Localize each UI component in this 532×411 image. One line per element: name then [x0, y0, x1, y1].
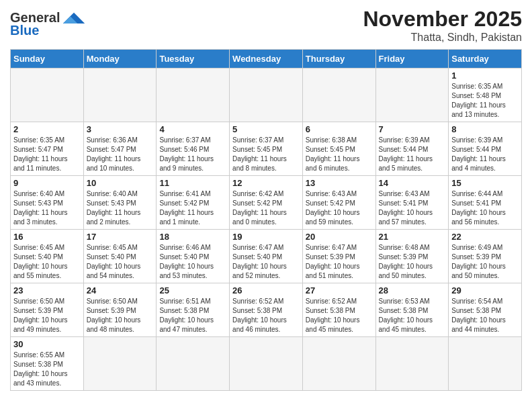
calendar-cell: 6Sunrise: 6:38 AM Sunset: 5:45 PM Daylig…: [302, 122, 375, 176]
day-number: 3: [87, 124, 154, 134]
day-number: 4: [159, 124, 226, 134]
calendar-cell: [230, 68, 303, 122]
calendar-cell: [157, 337, 230, 391]
day-info: Sunrise: 6:39 AM Sunset: 5:44 PM Dayligh…: [379, 136, 446, 173]
calendar-cell: 30Sunrise: 6:55 AM Sunset: 5:38 PM Dayli…: [11, 337, 84, 391]
calendar-week-row: 16Sunrise: 6:45 AM Sunset: 5:40 PM Dayli…: [11, 230, 522, 283]
day-number: 21: [379, 232, 446, 242]
day-info: Sunrise: 6:45 AM Sunset: 5:40 PM Dayligh…: [87, 243, 154, 281]
day-number: 25: [159, 285, 226, 295]
day-info: Sunrise: 6:43 AM Sunset: 5:42 PM Dayligh…: [306, 189, 373, 227]
calendar-header-thursday: Thursday: [302, 50, 375, 68]
calendar-cell: 25Sunrise: 6:51 AM Sunset: 5:38 PM Dayli…: [157, 283, 230, 337]
day-info: Sunrise: 6:54 AM Sunset: 5:38 PM Dayligh…: [451, 297, 519, 334]
day-info: Sunrise: 6:40 AM Sunset: 5:43 PM Dayligh…: [13, 189, 81, 227]
day-number: 8: [451, 124, 519, 134]
day-number: 14: [379, 178, 446, 188]
calendar-week-row: 30Sunrise: 6:55 AM Sunset: 5:38 PM Dayli…: [11, 337, 522, 391]
day-number: 29: [451, 285, 519, 295]
calendar-cell: [83, 68, 157, 122]
day-info: Sunrise: 6:55 AM Sunset: 5:38 PM Dayligh…: [13, 351, 81, 388]
day-info: Sunrise: 6:48 AM Sunset: 5:39 PM Dayligh…: [379, 243, 446, 281]
day-number: 10: [87, 178, 154, 188]
day-number: 22: [451, 232, 519, 242]
day-info: Sunrise: 6:37 AM Sunset: 5:45 PM Dayligh…: [232, 136, 300, 173]
day-info: Sunrise: 6:42 AM Sunset: 5:42 PM Dayligh…: [232, 189, 300, 227]
calendar-cell: 2Sunrise: 6:35 AM Sunset: 5:47 PM Daylig…: [11, 122, 84, 176]
day-info: Sunrise: 6:43 AM Sunset: 5:41 PM Dayligh…: [379, 189, 446, 227]
day-info: Sunrise: 6:41 AM Sunset: 5:42 PM Dayligh…: [159, 189, 226, 227]
day-number: 19: [232, 232, 300, 242]
day-info: Sunrise: 6:50 AM Sunset: 5:39 PM Dayligh…: [13, 297, 81, 334]
day-info: Sunrise: 6:47 AM Sunset: 5:39 PM Dayligh…: [306, 243, 373, 281]
day-number: 28: [379, 285, 446, 295]
day-number: 23: [13, 285, 81, 295]
calendar-cell: 18Sunrise: 6:46 AM Sunset: 5:40 PM Dayli…: [157, 230, 230, 283]
calendar-cell: [375, 337, 449, 391]
calendar-cell: [375, 68, 449, 122]
calendar-header-monday: Monday: [83, 50, 157, 68]
day-number: 18: [159, 232, 226, 242]
day-number: 30: [13, 339, 81, 349]
logo: General Blue: [10, 7, 86, 38]
calendar-cell: 16Sunrise: 6:45 AM Sunset: 5:40 PM Dayli…: [11, 230, 84, 283]
day-info: Sunrise: 6:47 AM Sunset: 5:40 PM Dayligh…: [232, 243, 300, 281]
calendar-cell: 29Sunrise: 6:54 AM Sunset: 5:38 PM Dayli…: [449, 283, 522, 337]
day-number: 2: [13, 124, 81, 134]
day-info: Sunrise: 6:35 AM Sunset: 5:48 PM Dayligh…: [451, 82, 519, 120]
calendar-week-row: 2Sunrise: 6:35 AM Sunset: 5:47 PM Daylig…: [11, 122, 522, 176]
day-number: 27: [306, 285, 373, 295]
calendar-cell: 7Sunrise: 6:39 AM Sunset: 5:44 PM Daylig…: [375, 122, 449, 176]
calendar-cell: [83, 337, 157, 391]
calendar-cell: 19Sunrise: 6:47 AM Sunset: 5:40 PM Dayli…: [230, 230, 303, 283]
day-number: 26: [232, 285, 300, 295]
calendar-cell: [230, 337, 303, 391]
calendar-cell: 3Sunrise: 6:36 AM Sunset: 5:47 PM Daylig…: [83, 122, 157, 176]
calendar-header-tuesday: Tuesday: [157, 50, 230, 68]
calendar-cell: [302, 68, 375, 122]
day-number: 5: [232, 124, 300, 134]
day-number: 17: [87, 232, 154, 242]
calendar-cell: 17Sunrise: 6:45 AM Sunset: 5:40 PM Dayli…: [83, 230, 157, 283]
day-info: Sunrise: 6:49 AM Sunset: 5:39 PM Dayligh…: [451, 243, 519, 281]
day-number: 1: [451, 71, 519, 81]
day-number: 13: [306, 178, 373, 188]
calendar-cell: 8Sunrise: 6:39 AM Sunset: 5:44 PM Daylig…: [449, 122, 522, 176]
calendar-cell: 1Sunrise: 6:35 AM Sunset: 5:48 PM Daylig…: [449, 68, 522, 122]
day-number: 11: [159, 178, 226, 188]
calendar-header-saturday: Saturday: [449, 50, 522, 68]
day-number: 16: [13, 232, 81, 242]
calendar-cell: 28Sunrise: 6:53 AM Sunset: 5:38 PM Dayli…: [375, 283, 449, 337]
day-number: 6: [306, 124, 373, 134]
calendar-header-sunday: Sunday: [11, 50, 84, 68]
day-info: Sunrise: 6:36 AM Sunset: 5:47 PM Dayligh…: [87, 136, 154, 173]
calendar-cell: [449, 337, 522, 391]
calendar-table: SundayMondayTuesdayWednesdayThursdayFrid…: [10, 49, 522, 391]
day-info: Sunrise: 6:45 AM Sunset: 5:40 PM Dayligh…: [13, 243, 81, 281]
calendar-cell: [157, 68, 230, 122]
day-info: Sunrise: 6:37 AM Sunset: 5:46 PM Dayligh…: [159, 136, 226, 173]
calendar-cell: 26Sunrise: 6:52 AM Sunset: 5:38 PM Dayli…: [230, 283, 303, 337]
calendar-week-row: 23Sunrise: 6:50 AM Sunset: 5:39 PM Dayli…: [11, 283, 522, 337]
page-subtitle: Thatta, Sindh, Pakistan: [363, 32, 522, 44]
calendar-cell: 9Sunrise: 6:40 AM Sunset: 5:43 PM Daylig…: [11, 176, 84, 230]
calendar-header-row: SundayMondayTuesdayWednesdayThursdayFrid…: [11, 50, 522, 68]
day-info: Sunrise: 6:51 AM Sunset: 5:38 PM Dayligh…: [159, 297, 226, 334]
title-block: November 2025 Thatta, Sindh, Pakistan: [363, 7, 522, 44]
header: General Blue November 2025 Thatta, Sindh…: [10, 7, 522, 44]
calendar-cell: 21Sunrise: 6:48 AM Sunset: 5:39 PM Dayli…: [375, 230, 449, 283]
calendar-cell: [11, 68, 84, 122]
calendar-cell: 13Sunrise: 6:43 AM Sunset: 5:42 PM Dayli…: [302, 176, 375, 230]
calendar-cell: [302, 337, 375, 391]
calendar-cell: 10Sunrise: 6:40 AM Sunset: 5:43 PM Dayli…: [83, 176, 157, 230]
calendar-cell: 14Sunrise: 6:43 AM Sunset: 5:41 PM Dayli…: [375, 176, 449, 230]
day-info: Sunrise: 6:39 AM Sunset: 5:44 PM Dayligh…: [451, 136, 519, 173]
day-info: Sunrise: 6:53 AM Sunset: 5:38 PM Dayligh…: [379, 297, 446, 334]
calendar-cell: 20Sunrise: 6:47 AM Sunset: 5:39 PM Dayli…: [302, 230, 375, 283]
day-info: Sunrise: 6:38 AM Sunset: 5:45 PM Dayligh…: [306, 136, 373, 173]
calendar-header-wednesday: Wednesday: [230, 50, 303, 68]
calendar-cell: 11Sunrise: 6:41 AM Sunset: 5:42 PM Dayli…: [157, 176, 230, 230]
calendar-week-row: 9Sunrise: 6:40 AM Sunset: 5:43 PM Daylig…: [11, 176, 522, 230]
day-number: 15: [451, 178, 519, 188]
day-info: Sunrise: 6:46 AM Sunset: 5:40 PM Dayligh…: [159, 243, 226, 281]
